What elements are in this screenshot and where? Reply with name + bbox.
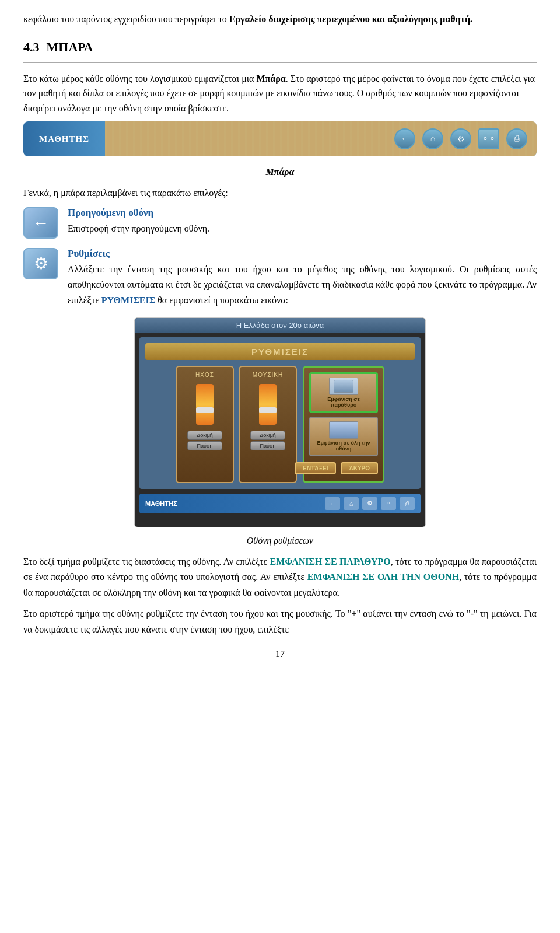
screenshot-bar-label: ΜΑΘΗΤΗΣ xyxy=(145,500,177,507)
ok-button[interactable]: ΕΝΤΆΞΕΙ xyxy=(295,462,336,474)
bar-image: ΜΑΘΗΤΗΣ ← ⌂ ⚙ ⚬⚬ ⎙ xyxy=(23,121,537,156)
bar-icons-area: ← ⌂ ⚙ ⚬⚬ ⎙ xyxy=(105,121,537,156)
section-number: 4.3 xyxy=(23,40,40,55)
option-back-desc: Επιστροφή στην προηγούμενη οθόνη. xyxy=(68,221,537,236)
display-window-label: Εμφάνιση σε παράθυρο xyxy=(314,396,373,408)
music-slider xyxy=(259,384,276,425)
option-settings-row: ⚙ Ρυθμίσεις Αλλάξετε την ένταση της μουσ… xyxy=(23,248,537,308)
bar-student-label: ΜΑΘΗΤΗΣ xyxy=(39,134,89,144)
ss-print-icon: ⎙ xyxy=(400,497,415,510)
bar-left-panel: ΜΑΘΗΤΗΣ xyxy=(23,121,105,156)
bar-gear-icon: ⚙ xyxy=(450,128,471,149)
bar-back-icon: ← xyxy=(394,128,415,149)
page-number: 17 xyxy=(23,649,537,659)
display-fullscreen-option[interactable]: Εμφάνιση σε όλη την οθόνη xyxy=(309,417,378,456)
settings-screenshot: Η Ελλάδα στον 20ο αιώνα ΡΥΘΜΙΣΕΙΣ ΗΧΟΣ Δ… xyxy=(134,317,426,527)
cancel-button[interactable]: ΆΚΥΡΟ xyxy=(341,462,378,474)
sound-test-btn[interactable]: Δοκιμή xyxy=(187,431,222,440)
section-intro-para: Στο κάτω μέρος κάθε οθόνης του λογισμικο… xyxy=(23,71,537,116)
option-settings-desc: Αλλάξετε την ένταση της μουσικής και του… xyxy=(68,262,537,308)
music-test-btn[interactable]: Δοκιμή xyxy=(250,431,285,440)
display-fullscreen-img xyxy=(329,421,358,439)
bar-scroll-area: ← ⌂ ⚙ ⚬⚬ ⎙ xyxy=(105,121,537,156)
display-fullscreen-label: Εμφάνιση σε όλη την οθόνη xyxy=(314,440,373,452)
general-options-text: Γενικά, η μπάρα περιλαμβάνει τις παρακάτ… xyxy=(23,186,537,201)
screenshot-title: Η Ελλάδα στον 20ο αιώνα xyxy=(135,318,425,333)
after-para-1: Στο δεξί τμήμα ρυθμίζετε τις διαστάσεις … xyxy=(23,554,537,600)
sound-label: ΗΧΟΣ xyxy=(195,372,214,378)
sound-pause-btn[interactable]: Παύση xyxy=(187,441,222,450)
option-back-row: ← Προηγούμενη οθόνη Επιστροφή στην προηγ… xyxy=(23,207,537,239)
screenshot-caption: Οθόνη ρυθμίσεων xyxy=(23,536,537,546)
music-pause-btn[interactable]: Παύση xyxy=(250,441,285,450)
option-settings-title: Ρυθμίσεις xyxy=(68,248,537,260)
after-para-2: Στο αριστερό τμήμα της οθόνης ρυθμίζετε … xyxy=(23,606,537,637)
music-control: ΜΟΥΣΙΚΗ Δοκιμή Παύση xyxy=(239,366,297,483)
settings-panel-title: ΡΥΘΜΙΣΕΙΣ xyxy=(145,343,415,360)
ss-home-icon: ⌂ xyxy=(344,497,359,510)
option-back-title: Προηγούμενη οθόνη xyxy=(68,207,537,219)
section-heading: 4.3 ΜΠΑΡΑ xyxy=(23,37,537,63)
sound-slider xyxy=(196,384,214,425)
bar-print-icon: ⎙ xyxy=(506,128,527,149)
screenshot-bottom-bar: ΜΑΘΗΤΗΣ ← ⌂ ⚙ ⚬ ⎙ xyxy=(139,494,421,513)
ss-back-icon: ← xyxy=(325,497,340,510)
option-back-text: Προηγούμενη οθόνη Επιστροφή στην προηγού… xyxy=(68,207,537,236)
ss-gear-icon: ⚙ xyxy=(362,497,377,510)
bar-people-icon: ⚬⚬ xyxy=(478,128,499,149)
display-options-panel: Εμφάνιση σε παράθυρο Εμφάνιση σε όλη την… xyxy=(303,366,384,483)
screenshot-inner: ΡΥΘΜΙΣΕΙΣ ΗΧΟΣ Δοκιμή Παύση ΜΟΥΣΙΚΗ xyxy=(139,337,421,489)
intro-paragraph: κεφάλαιο του παρόντος εγχειριδίου που πε… xyxy=(23,12,537,27)
sound-control: ΗΧΟΣ Δοκιμή Παύση xyxy=(176,366,234,483)
action-buttons: ΕΝΤΆΞΕΙ ΆΚΥΡΟ xyxy=(309,460,378,477)
settings-icon: ⚙ xyxy=(23,248,58,279)
music-knob xyxy=(259,407,276,413)
section-divider xyxy=(23,62,537,63)
ss-user-icon: ⚬ xyxy=(381,497,396,510)
music-label: ΜΟΥΣΙΚΗ xyxy=(253,372,283,378)
bar-home-icon: ⌂ xyxy=(422,128,443,149)
display-window-img xyxy=(329,378,358,395)
section-title: ΜΠΑΡΑ xyxy=(47,40,93,55)
option-settings-text: Ρυθμίσεις Αλλάξετε την ένταση της μουσικ… xyxy=(68,248,537,308)
display-window-option[interactable]: Εμφάνιση σε παράθυρο xyxy=(309,372,378,413)
bar-caption: Μπάρα xyxy=(23,167,537,177)
back-icon: ← xyxy=(23,207,58,239)
sound-knob xyxy=(196,407,214,413)
